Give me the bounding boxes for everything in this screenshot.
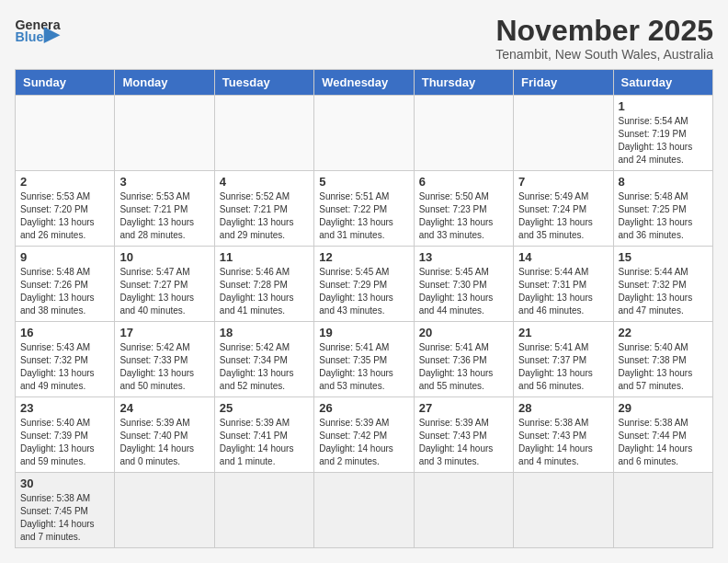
calendar-cell: 6Sunrise: 5:50 AM Sunset: 7:23 PM Daylig…: [414, 171, 513, 247]
day-number: 5: [319, 175, 408, 189]
calendar-cell: 18Sunrise: 5:42 AM Sunset: 7:34 PM Dayli…: [214, 322, 313, 397]
calendar-cell: 13Sunrise: 5:45 AM Sunset: 7:30 PM Dayli…: [414, 247, 513, 322]
day-header-wednesday: Wednesday: [314, 70, 414, 96]
calendar-week-row: 16Sunrise: 5:43 AM Sunset: 7:32 PM Dayli…: [16, 322, 713, 397]
day-header-saturday: Saturday: [613, 70, 712, 96]
day-number: 27: [419, 401, 508, 415]
calendar-cell: 11Sunrise: 5:46 AM Sunset: 7:28 PM Dayli…: [214, 247, 313, 322]
day-number: 12: [319, 250, 408, 264]
calendar-header-row: SundayMondayTuesdayWednesdayThursdayFrid…: [16, 70, 713, 96]
logo: General Blue: [15, 15, 61, 52]
calendar-week-row: 1Sunrise: 5:54 AM Sunset: 7:19 PM Daylig…: [16, 96, 713, 171]
day-number: 17: [119, 326, 209, 339]
day-header-tuesday: Tuesday: [214, 70, 313, 96]
calendar-cell: [514, 473, 613, 548]
day-info: Sunrise: 5:38 AM Sunset: 7:43 PM Dayligh…: [518, 417, 608, 468]
calendar-cell: 27Sunrise: 5:39 AM Sunset: 7:43 PM Dayli…: [414, 397, 513, 473]
day-info: Sunrise: 5:41 AM Sunset: 7:35 PM Dayligh…: [319, 341, 408, 393]
day-info: Sunrise: 5:48 AM Sunset: 7:25 PM Dayligh…: [619, 190, 708, 242]
calendar-week-row: 9Sunrise: 5:48 AM Sunset: 7:26 PM Daylig…: [16, 247, 713, 322]
calendar-cell: [414, 96, 513, 171]
day-number: 26: [319, 401, 408, 415]
day-info: Sunrise: 5:48 AM Sunset: 7:26 PM Dayligh…: [20, 266, 109, 317]
month-title: November 2025: [495, 15, 713, 47]
calendar-cell: [414, 473, 513, 548]
day-header-thursday: Thursday: [414, 70, 513, 96]
day-info: Sunrise: 5:39 AM Sunset: 7:41 PM Dayligh…: [220, 417, 309, 468]
day-info: Sunrise: 5:49 AM Sunset: 7:24 PM Dayligh…: [518, 190, 608, 242]
day-info: Sunrise: 5:40 AM Sunset: 7:39 PM Dayligh…: [20, 417, 109, 468]
calendar-cell: [314, 473, 414, 548]
day-number: 18: [220, 326, 309, 339]
location: Tenambit, New South Wales, Australia: [495, 47, 713, 62]
calendar-cell: 2Sunrise: 5:53 AM Sunset: 7:20 PM Daylig…: [16, 171, 115, 247]
day-number: 10: [119, 250, 209, 264]
calendar-cell: 4Sunrise: 5:52 AM Sunset: 7:21 PM Daylig…: [214, 171, 313, 247]
day-info: Sunrise: 5:41 AM Sunset: 7:36 PM Dayligh…: [419, 341, 508, 393]
day-info: Sunrise: 5:54 AM Sunset: 7:19 PM Dayligh…: [619, 115, 708, 167]
day-info: Sunrise: 5:39 AM Sunset: 7:43 PM Dayligh…: [419, 417, 508, 468]
day-info: Sunrise: 5:38 AM Sunset: 7:45 PM Dayligh…: [20, 492, 109, 544]
day-header-friday: Friday: [514, 70, 613, 96]
day-number: 22: [619, 326, 708, 339]
calendar-cell: [214, 96, 313, 171]
day-header-monday: Monday: [115, 70, 214, 96]
calendar-cell: 22Sunrise: 5:40 AM Sunset: 7:38 PM Dayli…: [613, 322, 712, 397]
calendar-cell: 28Sunrise: 5:38 AM Sunset: 7:43 PM Dayli…: [514, 397, 613, 473]
calendar-cell: 14Sunrise: 5:44 AM Sunset: 7:31 PM Dayli…: [514, 247, 613, 322]
header: General Blue November 2025 Tenambit, New…: [15, 15, 713, 62]
calendar-cell: 3Sunrise: 5:53 AM Sunset: 7:21 PM Daylig…: [115, 171, 214, 247]
calendar-cell: 30Sunrise: 5:38 AM Sunset: 7:45 PM Dayli…: [16, 473, 115, 548]
day-info: Sunrise: 5:46 AM Sunset: 7:28 PM Dayligh…: [220, 266, 309, 317]
day-info: Sunrise: 5:50 AM Sunset: 7:23 PM Dayligh…: [419, 190, 508, 242]
calendar-week-row: 30Sunrise: 5:38 AM Sunset: 7:45 PM Dayli…: [16, 473, 713, 548]
day-number: 19: [319, 326, 408, 339]
calendar-cell: 10Sunrise: 5:47 AM Sunset: 7:27 PM Dayli…: [115, 247, 214, 322]
day-number: 3: [119, 175, 209, 189]
day-info: Sunrise: 5:38 AM Sunset: 7:44 PM Dayligh…: [619, 417, 708, 468]
day-number: 20: [419, 326, 508, 339]
calendar-cell: [613, 473, 712, 548]
calendar-cell: 12Sunrise: 5:45 AM Sunset: 7:29 PM Dayli…: [314, 247, 414, 322]
day-number: 28: [518, 401, 608, 415]
calendar-cell: 17Sunrise: 5:42 AM Sunset: 7:33 PM Dayli…: [115, 322, 214, 397]
calendar-cell: 29Sunrise: 5:38 AM Sunset: 7:44 PM Dayli…: [613, 397, 712, 473]
calendar-cell: 25Sunrise: 5:39 AM Sunset: 7:41 PM Dayli…: [214, 397, 313, 473]
day-number: 23: [20, 401, 109, 415]
calendar-cell: [314, 96, 414, 171]
svg-text:Blue: Blue: [16, 29, 44, 44]
calendar-cell: 1Sunrise: 5:54 AM Sunset: 7:19 PM Daylig…: [613, 96, 712, 171]
day-info: Sunrise: 5:40 AM Sunset: 7:38 PM Dayligh…: [619, 341, 708, 393]
day-info: Sunrise: 5:53 AM Sunset: 7:20 PM Dayligh…: [20, 190, 109, 242]
day-info: Sunrise: 5:39 AM Sunset: 7:40 PM Dayligh…: [119, 417, 209, 468]
day-number: 6: [419, 175, 508, 189]
calendar-cell: 21Sunrise: 5:41 AM Sunset: 7:37 PM Dayli…: [514, 322, 613, 397]
calendar-cell: 8Sunrise: 5:48 AM Sunset: 7:25 PM Daylig…: [613, 171, 712, 247]
calendar-cell: [16, 96, 115, 171]
calendar-cell: 20Sunrise: 5:41 AM Sunset: 7:36 PM Dayli…: [414, 322, 513, 397]
day-info: Sunrise: 5:45 AM Sunset: 7:29 PM Dayligh…: [319, 266, 408, 317]
day-info: Sunrise: 5:42 AM Sunset: 7:33 PM Dayligh…: [119, 341, 209, 393]
calendar-cell: 24Sunrise: 5:39 AM Sunset: 7:40 PM Dayli…: [115, 397, 214, 473]
calendar-cell: [214, 473, 313, 548]
calendar-cell: 7Sunrise: 5:49 AM Sunset: 7:24 PM Daylig…: [514, 171, 613, 247]
calendar: SundayMondayTuesdayWednesdayThursdayFrid…: [15, 69, 713, 548]
day-number: 16: [20, 326, 109, 339]
day-info: Sunrise: 5:44 AM Sunset: 7:31 PM Dayligh…: [518, 266, 608, 317]
calendar-week-row: 23Sunrise: 5:40 AM Sunset: 7:39 PM Dayli…: [16, 397, 713, 473]
calendar-cell: 5Sunrise: 5:51 AM Sunset: 7:22 PM Daylig…: [314, 171, 414, 247]
day-number: 14: [518, 250, 608, 264]
day-number: 25: [220, 401, 309, 415]
day-number: 24: [119, 401, 209, 415]
day-number: 29: [619, 401, 708, 415]
day-info: Sunrise: 5:42 AM Sunset: 7:34 PM Dayligh…: [220, 341, 309, 393]
day-info: Sunrise: 5:47 AM Sunset: 7:27 PM Dayligh…: [119, 266, 209, 317]
day-info: Sunrise: 5:45 AM Sunset: 7:30 PM Dayligh…: [419, 266, 508, 317]
day-number: 4: [220, 175, 309, 189]
day-info: Sunrise: 5:39 AM Sunset: 7:42 PM Dayligh…: [319, 417, 408, 468]
day-info: Sunrise: 5:53 AM Sunset: 7:21 PM Dayligh…: [119, 190, 209, 242]
day-info: Sunrise: 5:43 AM Sunset: 7:32 PM Dayligh…: [20, 341, 109, 393]
calendar-cell: 16Sunrise: 5:43 AM Sunset: 7:32 PM Dayli…: [16, 322, 115, 397]
day-info: Sunrise: 5:41 AM Sunset: 7:37 PM Dayligh…: [518, 341, 608, 393]
day-number: 30: [20, 477, 109, 490]
